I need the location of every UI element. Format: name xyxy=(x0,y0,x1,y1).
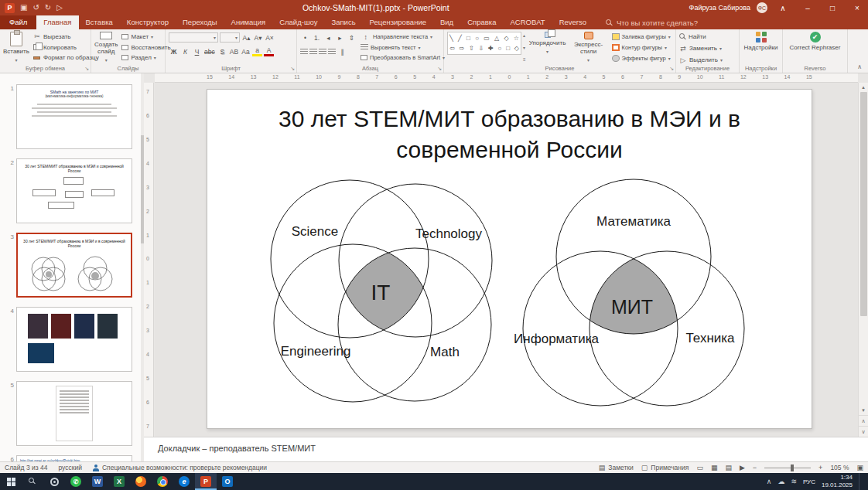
comments-toggle-button[interactable]: ▢Примечания xyxy=(641,464,689,471)
notes-pane[interactable]: Докладчик – преподаватель STEM/МИТ xyxy=(144,437,868,461)
slide-canvas[interactable]: 30 лет STEM/МИТ образованию в МЭИ и в со… xyxy=(155,83,858,437)
slide-thumb-4[interactable]: 4 xyxy=(5,307,143,372)
ribbon-display-options-button[interactable]: ∧ xyxy=(774,0,792,15)
numbering-button[interactable]: 1. xyxy=(312,32,322,43)
font-color-button[interactable]: А xyxy=(264,46,274,56)
shape-fill-button[interactable]: Заливка фигуры▾ xyxy=(612,32,671,41)
settings-button[interactable] xyxy=(43,473,65,490)
start-slideshow-icon[interactable]: ▷ xyxy=(56,4,63,12)
tab-acrobat[interactable]: ACROBAT xyxy=(503,15,552,29)
shape-outline-button[interactable]: Контур фигуры▾ xyxy=(612,43,671,52)
zoom-out-button[interactable]: − xyxy=(753,464,757,471)
tab-animations[interactable]: Анимация xyxy=(224,15,273,29)
taskbar-word[interactable]: W xyxy=(87,473,108,490)
font-dialog-launcher[interactable]: ↘ xyxy=(290,66,295,72)
tab-design[interactable]: Конструктор xyxy=(120,15,176,29)
undo-icon[interactable]: ↺ xyxy=(32,4,39,12)
normal-view-button[interactable]: ▭ xyxy=(696,464,703,471)
maximize-button[interactable]: □ xyxy=(823,0,842,15)
tab-review[interactable]: Рецензирование xyxy=(363,15,433,29)
layout-button[interactable]: Макет▾ xyxy=(121,32,170,42)
collapse-ribbon-icon[interactable]: ∧ xyxy=(857,63,862,70)
powerpoint-app-icon[interactable]: P xyxy=(5,3,15,13)
tab-home[interactable]: Главная xyxy=(36,15,78,29)
save-icon[interactable]: ▣ xyxy=(20,4,27,12)
tab-view[interactable]: Вид xyxy=(433,15,460,29)
change-case-button[interactable]: Аа xyxy=(241,46,251,56)
tab-transitions[interactable]: Переходы xyxy=(176,15,224,29)
drawing-dialog-launcher[interactable]: ↘ xyxy=(669,66,674,72)
font-name-select[interactable]: ▾ xyxy=(169,32,218,43)
tab-record[interactable]: Запись xyxy=(324,15,362,29)
venn-label-informatika[interactable]: Информатика xyxy=(514,332,599,346)
shape-effects-button[interactable]: Эффекты фигур▾ xyxy=(612,53,671,63)
italic-button[interactable]: К xyxy=(180,46,190,56)
align-right-icon[interactable] xyxy=(319,49,326,55)
line-spacing-button[interactable]: ⇕ xyxy=(347,32,357,43)
increase-indent-button[interactable]: ▸ xyxy=(335,32,345,43)
start-button[interactable] xyxy=(0,473,22,490)
taskbar-edge[interactable]: e xyxy=(173,473,195,490)
slideshow-view-button[interactable]: ▶ xyxy=(740,464,745,471)
scrollbar-thumb[interactable] xyxy=(860,92,867,316)
vertical-scrollbar[interactable]: ▴ ▾ ∧ ∨ xyxy=(858,83,868,437)
bullets-button[interactable]: • xyxy=(300,32,310,43)
tray-expand-icon[interactable]: ∧ xyxy=(767,478,772,485)
paragraph-dialog-launcher[interactable]: ↘ xyxy=(437,66,442,72)
zoom-level[interactable]: 105 % xyxy=(830,464,849,471)
arrange-button[interactable]: Упорядочить ▾ xyxy=(530,32,566,63)
text-direction-button[interactable]: ↕Направление текста▾ xyxy=(361,32,445,42)
fit-to-window-button[interactable]: ▣ xyxy=(856,464,863,471)
venn-label-matematika[interactable]: Математика xyxy=(596,214,671,229)
language-indicator[interactable]: русский xyxy=(58,464,82,471)
venn-center-it[interactable]: IT xyxy=(371,281,391,305)
venn-diagrams[interactable]: Science Technology Engineering Math Мате… xyxy=(207,90,813,430)
tab-help[interactable]: Справка xyxy=(460,15,503,29)
correct-rephraser-button[interactable]: ✔ Correct Rephraser xyxy=(786,32,844,52)
slide-sorter-view-button[interactable]: ▦ xyxy=(711,464,718,471)
gallery-down-icon[interactable]: ▾ xyxy=(523,45,526,50)
notes-toggle-button[interactable]: ▤Заметки xyxy=(599,464,634,471)
align-text-button[interactable]: Выровнять текст▾ xyxy=(361,43,445,53)
taskbar-firefox[interactable] xyxy=(130,473,152,490)
gallery-more-icon[interactable]: ≡ xyxy=(523,57,526,62)
cloud-icon[interactable]: ☁ xyxy=(777,478,784,485)
taskbar-chrome[interactable] xyxy=(152,473,173,490)
scroll-down-icon[interactable]: ▾ xyxy=(862,406,865,415)
venn-label-engineering[interactable]: Engineering xyxy=(281,344,351,359)
format-painter-button[interactable]: Формат по образцу xyxy=(33,53,99,63)
taskbar-language-indicator[interactable]: РУС xyxy=(803,478,815,485)
venn-center-mit[interactable]: МИТ xyxy=(611,296,653,318)
taskbar-search-button[interactable] xyxy=(22,473,43,490)
accessibility-check[interactable]: Специальные возможности: проверьте реком… xyxy=(93,464,267,471)
justify-icon[interactable] xyxy=(328,49,336,55)
strikethrough-button[interactable]: abc xyxy=(203,46,216,56)
align-center-icon[interactable] xyxy=(309,49,317,55)
select-button[interactable]: ▷Выделить▾ xyxy=(679,55,736,65)
show-desktop-button[interactable] xyxy=(859,473,862,490)
find-button[interactable]: Найти xyxy=(679,32,736,42)
next-slide-button[interactable]: ∨ xyxy=(859,426,868,437)
slide-thumbnail-3-selected[interactable]: 3 30 лет STEM/МИТ образованию в МЭИ и в … xyxy=(5,233,143,298)
slide-thumbnail-2[interactable]: 2 30 лет STEM/МИТ образованию в МЭИ и со… xyxy=(5,158,143,223)
venn-label-tehnika[interactable]: Техника xyxy=(685,331,735,345)
decrease-indent-button[interactable]: ◂ xyxy=(323,32,333,43)
zoom-slider-thumb[interactable] xyxy=(791,464,794,471)
slide[interactable]: 30 лет STEM/МИТ образованию в МЭИ и в со… xyxy=(207,89,812,429)
paste-button[interactable]: Вставить ▾ xyxy=(3,32,29,63)
gallery-up-icon[interactable]: ▴ xyxy=(523,32,526,38)
section-button[interactable]: Раздел▾ xyxy=(121,53,170,63)
grow-font-button[interactable]: А▴ xyxy=(241,32,251,43)
bold-button[interactable]: Ж xyxy=(169,46,179,56)
slide-thumbnail-5[interactable]: 5 xyxy=(5,381,143,446)
network-icon[interactable]: ≋ xyxy=(791,478,797,485)
slide-thumbnail-1[interactable]: 1 SMath на занятиях по МИТ (математика-и… xyxy=(5,84,143,149)
clear-formatting-button[interactable]: А× xyxy=(265,32,275,43)
underline-button[interactable]: Ч xyxy=(192,46,202,56)
minimize-button[interactable]: – xyxy=(798,0,817,15)
clipboard-dialog-launcher[interactable]: ↘ xyxy=(84,66,89,72)
align-left-icon[interactable] xyxy=(300,49,308,55)
taskbar-excel[interactable]: X xyxy=(108,473,130,490)
copy-button[interactable]: Копировать xyxy=(33,43,99,53)
font-size-select[interactable]: ▾ xyxy=(220,32,240,43)
